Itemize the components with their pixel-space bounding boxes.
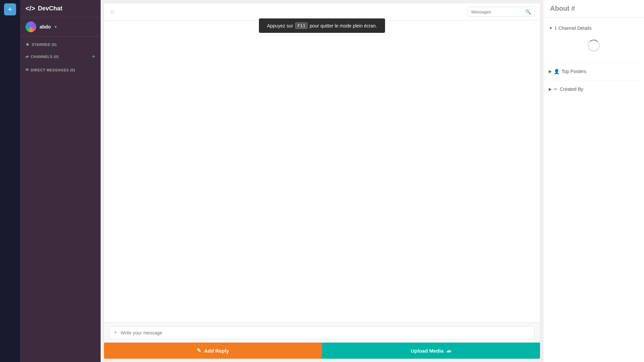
divider-1	[549, 62, 639, 63]
created-by-header[interactable]: ▶ ✏ Created By	[549, 84, 639, 94]
channels-label: CHANNELS (0)	[31, 55, 59, 59]
sidebar: </> DevChat abdo ▾ ★ STARRED (0) ⇌ CHANN…	[20, 0, 101, 362]
fullscreen-toast: Appuyez sur F11 pour quitter le mode ple…	[259, 18, 385, 33]
favorite-button[interactable]: ☆	[109, 8, 115, 16]
toast-key: F11	[295, 22, 308, 29]
message-input-row: +	[109, 326, 535, 339]
add-channel-button[interactable]: +	[92, 54, 95, 60]
search-box: 🔍	[468, 7, 535, 17]
plus-icon: +	[8, 5, 12, 14]
add-reply-label: Add Reply	[204, 348, 229, 354]
star-icon: ★	[25, 42, 30, 47]
starred-section-title: ★ STARRED (0)	[25, 42, 95, 47]
edit-icon: ✎	[197, 348, 201, 354]
right-panel: About # ▼ ℹ Channel Details ▶ 👤 Top Post…	[543, 0, 644, 362]
cloud-upload-icon: ☁	[446, 348, 451, 354]
direct-messages-section: ✉ DIRECT MESSAGES (0)	[20, 62, 101, 75]
message-input[interactable]	[121, 330, 530, 336]
created-by-section: ▶ ✏ Created By	[543, 82, 644, 97]
channels-icon: ⇌	[25, 55, 29, 59]
icon-bar: +	[0, 0, 20, 362]
channel-details-spinner	[549, 33, 639, 58]
right-panel-title: About #	[550, 5, 575, 12]
messages-area[interactable]	[104, 20, 540, 322]
right-panel-header: About #	[543, 0, 644, 17]
toast-suffix: pour quitter le mode plein écran.	[310, 23, 377, 28]
channels-section: ⇌ CHANNELS (0) +	[20, 50, 101, 62]
starred-section: ★ STARRED (0)	[20, 37, 101, 50]
channel-details-header[interactable]: ▼ ℹ Channel Details	[549, 23, 639, 33]
envelope-icon: ✉	[25, 68, 29, 72]
top-posters-section: ▶ 👤 Top Posters	[543, 64, 644, 79]
action-buttons: ✎ Add Reply Upload Media ☁	[104, 343, 540, 359]
search-input[interactable]	[471, 9, 523, 14]
user-chevron-icon: ▾	[55, 24, 57, 29]
upload-media-button[interactable]: Upload Media ☁	[322, 343, 540, 359]
main-area: ☆ Appuyez sur F11 pour quitter le mode p…	[101, 0, 543, 362]
direct-messages-label: DIRECT MESSAGES (0)	[31, 68, 75, 72]
top-posters-header[interactable]: ▶ 👤 Top Posters	[549, 67, 639, 76]
user-row[interactable]: abdo ▾	[20, 17, 101, 37]
upload-media-label: Upload Media	[411, 348, 444, 354]
app-logo: </> DevChat	[25, 5, 62, 12]
right-panel-content: ▼ ℹ Channel Details ▶ 👤 Top Posters ▶ ✏	[543, 17, 644, 100]
top-posters-label: Top Posters	[561, 69, 586, 74]
divider-2	[549, 80, 639, 80]
channel-details-section: ▼ ℹ Channel Details	[543, 21, 644, 61]
sidebar-header: </> DevChat	[20, 0, 101, 17]
username: abdo	[40, 24, 51, 29]
chat-header: ☆ Appuyez sur F11 pour quitter le mode p…	[104, 3, 540, 20]
search-icon[interactable]: 🔍	[525, 9, 531, 14]
add-reply-button[interactable]: ✎ Add Reply	[104, 343, 322, 359]
attach-button[interactable]: +	[114, 329, 117, 336]
pencil-icon: ✏	[554, 86, 558, 92]
starred-label: STARRED (0)	[32, 43, 57, 47]
info-icon: ℹ	[555, 25, 556, 31]
app-name: DevChat	[38, 5, 62, 12]
loading-spinner	[588, 40, 600, 52]
toast-message: Appuyez sur F11 pour quitter le mode ple…	[259, 18, 385, 33]
created-by-label: Created By	[560, 86, 583, 92]
avatar	[25, 21, 36, 32]
direct-messages-title: ✉ DIRECT MESSAGES (0)	[25, 68, 95, 72]
channels-label-row: ⇌ CHANNELS (0)	[25, 55, 59, 59]
chat-wrapper: ☆ Appuyez sur F11 pour quitter le mode p…	[104, 3, 540, 359]
new-workspace-button[interactable]: +	[4, 3, 16, 15]
channel-details-chevron-icon: ▼	[549, 26, 553, 31]
channel-details-label: Channel Details	[558, 25, 592, 31]
user-icon: 👤	[554, 69, 559, 74]
toast-prefix: Appuyez sur	[267, 23, 293, 28]
message-input-area: +	[104, 322, 540, 343]
created-by-chevron-icon: ▶	[549, 87, 552, 92]
logo-icon: </>	[25, 5, 35, 12]
top-posters-chevron-icon: ▶	[549, 69, 552, 74]
